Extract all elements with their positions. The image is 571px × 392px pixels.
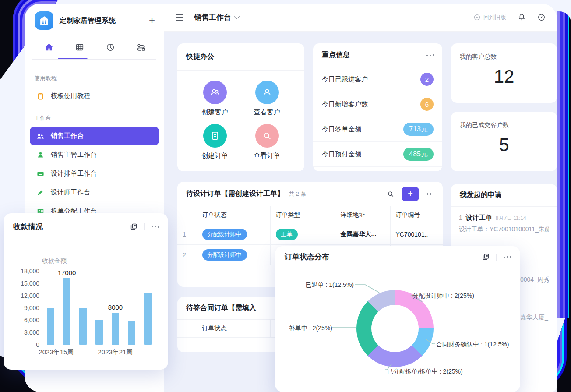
column-header: 订单类型 — [270, 206, 335, 224]
sidebar-item-label: 设计排单工作台 — [51, 170, 97, 178]
sidebar-item-template-tutorial[interactable]: 模板使用教程 — [30, 87, 159, 106]
keyboard-icon — [36, 170, 45, 178]
x-axis-tick: 2023年21周 — [98, 348, 133, 357]
compass-icon[interactable] — [537, 13, 546, 21]
key-info-row: 今日签单金额 713元 — [313, 117, 442, 142]
status-pill: 分配设计师中 — [202, 229, 247, 240]
more-menu-icon[interactable] — [426, 54, 434, 57]
column-header: 订单状态 — [197, 206, 270, 224]
people-icon — [203, 81, 227, 104]
create-customer-action[interactable]: 创建客户 — [189, 77, 241, 120]
bar-xticks: 2023年15周2023年21周 — [46, 348, 161, 357]
tab-home-icon[interactable] — [43, 41, 55, 53]
app-logo-house-icon — [35, 11, 53, 30]
sidebar-item-designer-workbench[interactable]: 设计师工作台 — [30, 183, 159, 202]
count-badge: 6 — [420, 98, 434, 111]
person-icon — [255, 81, 279, 104]
y-axis-tick: 6,000 — [8, 317, 39, 324]
hamburger-menu-icon[interactable] — [176, 14, 183, 21]
view-customer-action[interactable]: 查看客户 — [241, 77, 293, 120]
sidebar-tabs — [25, 38, 164, 60]
bar — [144, 293, 152, 345]
search-icon — [255, 124, 279, 148]
slice-label-split-order: 已分配拆单/拆单中 : 2(25%) — [387, 368, 463, 376]
column-header: 订单编号 — [390, 206, 443, 224]
chart-legend: 收款金额 — [42, 257, 67, 265]
view-order-action[interactable]: 查看订单 — [241, 120, 293, 163]
column-header — [177, 206, 197, 224]
sidebar-item-label: 销售主管工作台 — [51, 151, 97, 159]
y-axis-tick: 12,000 — [8, 292, 39, 299]
workbench-switcher[interactable]: 销售工作台 — [194, 12, 239, 22]
card-title: 订单状态分布 — [285, 252, 329, 262]
bar — [95, 320, 103, 345]
tab-route-icon[interactable] — [135, 41, 147, 53]
y-axis-tick: 3,000 — [8, 329, 39, 336]
sidebar-item-label: 设计师工作台 — [51, 188, 90, 197]
open-external-icon[interactable] — [130, 222, 138, 231]
row-index: 1 — [177, 224, 197, 244]
key-info-label: 今日签单金额 — [322, 125, 361, 134]
key-info-row: 今日预付金额 485元 — [313, 142, 442, 167]
item-time: 8月7日 11:14 — [496, 215, 526, 222]
add-order-button[interactable]: + — [402, 187, 419, 201]
bar-yticks: 18,00015,00012,0009,0006,0003,0000 — [8, 272, 39, 345]
bar — [112, 313, 119, 345]
key-info-label: 今日预付金额 — [322, 150, 361, 159]
document-icon — [203, 124, 227, 148]
clipped-text-fragment: 嘉华大厦_ — [520, 314, 548, 321]
column-header: 详细地址 — [335, 206, 390, 224]
item-description: 设计工单：YC70010100011_朱颜 — [459, 226, 549, 233]
open-external-icon[interactable] — [482, 253, 490, 261]
table-row[interactable]: 1 分配设计师中 正单 金隅嘉华大... YC700101.. — [177, 224, 443, 244]
x-axis-tick: 2023年15周 — [39, 348, 74, 357]
slice-label-returned: 已退单 : 1(12.5%) — [293, 281, 354, 289]
nav-section-label: 工作台 — [34, 114, 155, 122]
action-label: 创建客户 — [202, 108, 228, 117]
back-to-old-version-button[interactable]: 回到旧版 — [473, 14, 506, 21]
edge-decoration-right — [557, 11, 571, 318]
more-menu-icon[interactable] — [151, 226, 159, 228]
person-icon — [36, 151, 45, 159]
type-pill: 正单 — [276, 229, 298, 240]
donut-ring — [356, 290, 434, 367]
amount-badge: 713元 — [403, 123, 434, 136]
amount-badge: 485元 — [403, 148, 434, 161]
key-info-card: 重点信息 今日已跟进客户 2 今日新增客户数 6 今日签单金额 713元 今日预… — [313, 43, 442, 171]
more-menu-icon[interactable] — [426, 193, 434, 195]
slice-label-contract-finance: 合同财务确认中 : 1(12.5%) — [436, 341, 509, 349]
notification-bell-icon[interactable] — [518, 13, 526, 21]
item-index: 1 — [459, 214, 462, 221]
bar — [79, 308, 87, 345]
sidebar-item-sales-workbench[interactable]: 销售工作台 — [30, 127, 159, 145]
sidebar-item-design-scheduling-workbench[interactable]: 设计排单工作台 — [30, 164, 159, 183]
pencil-icon — [36, 188, 45, 197]
page-title: 销售工作台 — [194, 12, 231, 22]
quick-office-card: 快捷办公 创建客户 查看客户 — [177, 43, 304, 171]
key-info-label: 今日已跟进客户 — [322, 75, 368, 84]
add-app-button[interactable]: + — [149, 15, 155, 26]
action-label: 创建订单 — [202, 152, 228, 160]
search-icon[interactable] — [387, 190, 395, 198]
bar-value-label: 17000 — [58, 269, 76, 276]
count-badge: 2 — [420, 73, 434, 86]
slice-label-supplement: 补单中 : 2(25%) — [289, 325, 332, 332]
create-order-action[interactable]: 创建订单 — [189, 120, 241, 163]
stat-value: 5 — [451, 134, 557, 155]
tab-grid-icon[interactable] — [74, 41, 86, 53]
sidebar-item-label: 销售工作台 — [51, 132, 84, 140]
donut-hole — [371, 305, 419, 352]
app-title: 定制家居管理系统 — [60, 16, 116, 25]
sidebar-item-sales-manager-workbench[interactable]: 销售主管工作台 — [30, 145, 159, 164]
tab-pie-chart-icon[interactable] — [104, 41, 116, 53]
order-status-distribution-card: 订单状态分布 已退单 : 1(12.5%) 分配设计师中 : 2(25%) 补单… — [275, 246, 520, 392]
column-header — [177, 320, 197, 337]
card-title: 收款情况 — [13, 222, 43, 232]
key-info-row: 今日已跟进客户 2 — [313, 67, 442, 92]
more-menu-icon[interactable] — [503, 256, 511, 258]
application-item[interactable]: 1 设计工单 8月7日 11:14 设计工单：YC70010100011_朱颜 — [451, 207, 557, 233]
nav-section-label: 使用教程 — [34, 74, 155, 82]
slice-label-assigning-designer: 分配设计师中 : 2(25%) — [412, 292, 474, 300]
key-info-label: 今日新增客户数 — [322, 100, 368, 109]
item-name: 设计工单 — [466, 214, 492, 222]
